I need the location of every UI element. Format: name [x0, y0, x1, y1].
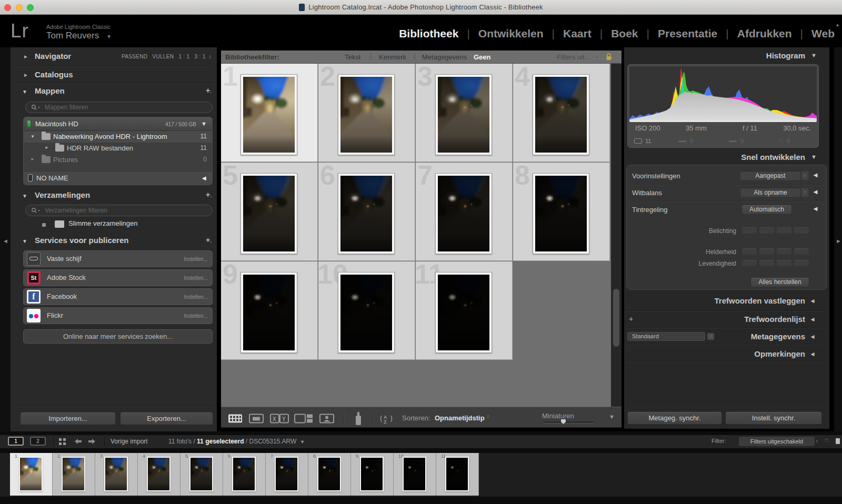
- svg-text:X: X: [273, 416, 276, 422]
- svg-text:Y: Y: [282, 416, 286, 422]
- svg-text:Z: Z: [384, 419, 387, 424]
